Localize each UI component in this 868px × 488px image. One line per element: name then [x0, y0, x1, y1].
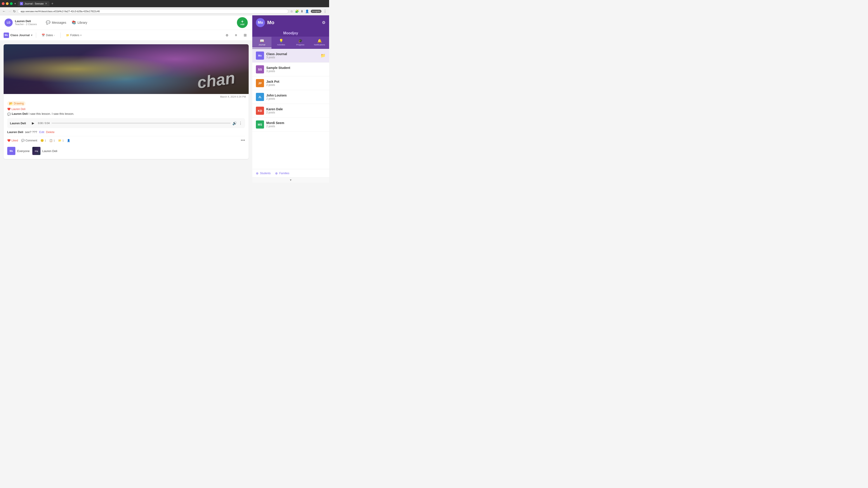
browser-tab-active[interactable]: S Journal - Seesaw ✕	[18, 1, 50, 6]
student-posts-0: 3 posts	[266, 70, 326, 73]
audio-more-icon[interactable]: ⋮	[239, 121, 242, 125]
messages-label: Messages	[52, 21, 66, 24]
activities-nav-label: Activities	[277, 43, 285, 46]
add-families-icon: ⊕	[275, 171, 278, 175]
win-close-btn[interactable]	[2, 2, 4, 5]
student-item-2[interactable]: JL John Louises 2 posts	[252, 90, 329, 104]
sidebar-settings-icon[interactable]: ⚙	[322, 20, 326, 25]
tab-favicon: S	[20, 2, 23, 5]
add-families-btn[interactable]: ⊕ Families	[275, 171, 289, 175]
dates-label: Dates	[46, 34, 53, 37]
audio-play-btn[interactable]: ▶	[30, 120, 36, 126]
header-nav: 💬 Messages 📚 Library	[46, 20, 87, 25]
sidebar-content: Mo Class Journal 3 posts 📁 SS Sample Stu…	[252, 49, 329, 169]
sidebar-class-journal-item[interactable]: Mo Class Journal 3 posts 📁	[252, 49, 329, 63]
folders-btn[interactable]: 📁 Folders ▾	[64, 33, 84, 38]
student-name-1: Jack Pot	[266, 80, 326, 84]
bookmark-icon[interactable]: ☆	[290, 9, 293, 13]
student-item-3[interactable]: KD Karen Dale 2 posts	[252, 104, 329, 118]
audio-progress-bar[interactable]	[52, 123, 230, 124]
audio-player: Lauren Deli ▶ 0:00 / 0:04 🔊 ⋮	[7, 118, 245, 128]
dates-btn[interactable]: 📅 Dates ›	[40, 33, 57, 38]
toolbar-divider-2	[60, 33, 61, 38]
post-tag: 📂 Drawing	[7, 101, 26, 106]
comment-text-val: I saw this lesson.	[52, 112, 74, 116]
add-icon: +	[241, 20, 244, 24]
post-footer: 📂 Drawing ❤️ Lauren Deli 💬 Lauren Deli I	[4, 99, 249, 159]
add-students-label: Students	[260, 172, 271, 175]
post-actions: ❤️ Liked 💬 Comment 🙂 1 📋	[7, 136, 245, 144]
add-button[interactable]: + Add	[237, 17, 248, 28]
class-journal-selector[interactable]: Mo Class Journal ▾	[4, 33, 32, 38]
add-students-btn[interactable]: ⊕ Students	[256, 171, 271, 175]
profile-icon[interactable]: 👤	[305, 9, 309, 13]
comment-action[interactable]: 💬 Comment	[21, 139, 37, 142]
comment-icon: 💬	[7, 112, 11, 116]
messages-nav[interactable]: 💬 Messages	[46, 20, 66, 25]
reaction-count: 🙂 1	[40, 139, 46, 142]
skill-count-val: 1	[54, 139, 55, 142]
note-text: see? ???	[25, 130, 37, 134]
address-bar: ← → ↻ ☆ 🧩 ⬇ 👤 Incognito ⋮	[0, 7, 329, 15]
student-item-1[interactable]: JP Jack Pot 2 posts	[252, 76, 329, 90]
tab-close-icon[interactable]: ✕	[45, 2, 47, 5]
add-families-label: Families	[279, 172, 289, 175]
download-icon[interactable]: ⬇	[301, 9, 303, 13]
liked-by: Lauren Deli	[11, 107, 25, 111]
student-item-0[interactable]: SS Sample Student 3 posts	[252, 63, 329, 76]
filter-btn[interactable]: ⚙	[223, 32, 230, 39]
note-delete-btn[interactable]: Delete	[46, 130, 55, 134]
sidebar-nav-activities[interactable]: 💡 Activities	[272, 37, 291, 48]
student-name-4: Mordi Seem	[266, 121, 326, 125]
more-actions-btn[interactable]: •••	[241, 138, 245, 143]
new-tab-btn[interactable]: +	[51, 2, 53, 6]
list-view-btn[interactable]: ≡	[232, 32, 240, 39]
student-info-0: Sample Student 3 posts	[266, 66, 326, 73]
note-edit-btn[interactable]: Edit	[39, 130, 44, 134]
browser-chrome: ▾ S Journal - Seesaw ✕ +	[0, 0, 329, 7]
tab-dropdown-btn[interactable]: ▾	[14, 2, 16, 5]
nav-forward-btn[interactable]: →	[8, 9, 11, 13]
dates-chevron-right: ›	[54, 34, 55, 37]
comment-bubble-icon: 💬	[21, 139, 25, 142]
audio-time: 0:00 / 0:04	[38, 122, 50, 125]
user-avatar: LD	[4, 19, 13, 27]
student-posts-3: 2 posts	[266, 111, 326, 114]
messages-icon: 💬	[46, 20, 51, 25]
sidebar-scroll-down[interactable]: ▼	[252, 177, 329, 183]
comment-label: Comment	[26, 139, 37, 142]
user-name: Lauren Deli	[15, 20, 37, 23]
student-avatar-0: SS	[256, 65, 264, 73]
student-item-4[interactable]: MS Mordi Seem 2 posts	[252, 118, 329, 131]
nav-reload-btn[interactable]: ↻	[13, 9, 16, 13]
win-maximize-btn[interactable]	[10, 2, 13, 5]
post-image	[4, 44, 249, 94]
share-icon-btn[interactable]: 👤	[67, 139, 70, 142]
extensions-icon[interactable]: 🧩	[295, 9, 299, 13]
folder-count-val: 1	[62, 139, 64, 142]
comment-author: Lauren Deli	[12, 112, 28, 116]
win-minimize-btn[interactable]	[6, 2, 8, 5]
share-icon: 👤	[67, 139, 70, 142]
menu-icon[interactable]: ⋮	[323, 9, 327, 13]
class-journal-folder-icon: 📁	[320, 53, 326, 58]
sidebar-avatar: Mo	[256, 18, 265, 27]
audience-everyone-avatar: Mo	[7, 147, 16, 155]
sidebar-header: Mo Mo ⚙	[252, 15, 329, 30]
class-journal-avatar: Mo	[256, 52, 264, 60]
student-posts-4: 2 posts	[266, 125, 326, 128]
incognito-badge: Incognito	[311, 10, 321, 13]
sidebar-nav-notifications[interactable]: 🔔 Notifications	[310, 37, 329, 48]
skill-icon: 📋	[49, 139, 53, 142]
library-nav[interactable]: 📚 Library	[72, 20, 87, 25]
address-input[interactable]	[18, 9, 288, 13]
sidebar-nav-progress[interactable]: 🎓 Progress	[291, 37, 310, 48]
tag-icon: 📂	[9, 102, 13, 105]
like-action[interactable]: ❤️ Liked	[7, 139, 18, 142]
sidebar-nav-journal[interactable]: 📖 Journal	[252, 37, 272, 48]
student-info-2: John Louises 2 posts	[266, 94, 326, 100]
grid-view-btn[interactable]: ⊞	[241, 32, 249, 39]
audio-volume-icon[interactable]: 🔊	[232, 121, 237, 125]
nav-back-btn[interactable]: ←	[2, 9, 6, 13]
student-posts-2: 2 posts	[266, 97, 326, 100]
